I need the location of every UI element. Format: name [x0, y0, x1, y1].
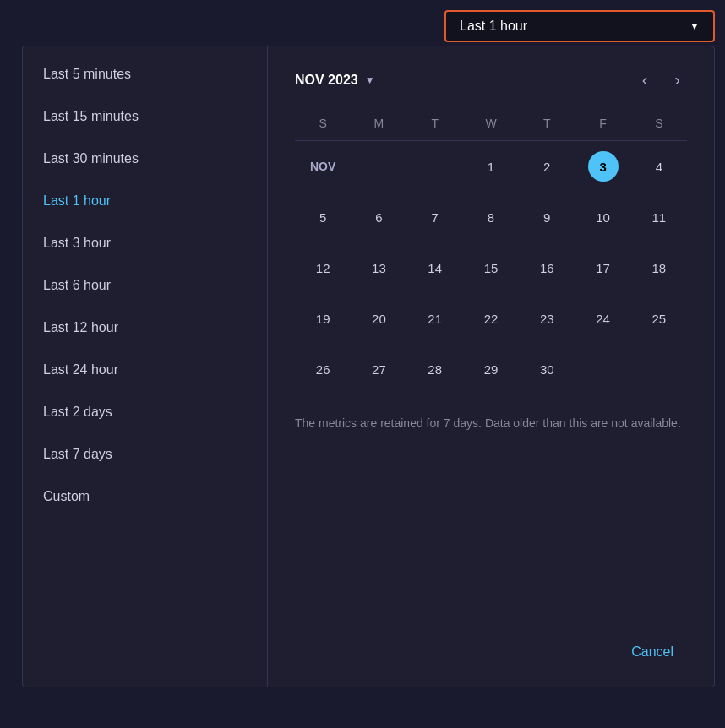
- footer-area: Cancel: [295, 432, 687, 666]
- month-row-label: NOV: [295, 141, 351, 193]
- calendar-day[interactable]: 24: [575, 293, 630, 344]
- time-range-dropdown[interactable]: Last 1 hour ▼: [444, 10, 715, 42]
- calendar-day[interactable]: 8: [463, 192, 519, 242]
- calendar-day[interactable]: 19: [295, 293, 351, 344]
- calendar-day[interactable]: 20: [351, 293, 406, 344]
- time-range-sidebar: Last 5 minutesLast 15 minutesLast 30 min…: [23, 46, 268, 687]
- calendar-header: NOV 2023 ▼ ‹ ›: [295, 67, 687, 93]
- sidebar-item-last-30-min[interactable]: Last 30 minutes: [23, 138, 267, 180]
- day-header: M: [351, 110, 406, 141]
- month-year-label: NOV 2023: [295, 73, 358, 88]
- month-selector[interactable]: NOV 2023 ▼: [295, 73, 375, 88]
- calendar-day[interactable]: 1: [463, 141, 519, 193]
- calendar-day[interactable]: 21: [407, 293, 463, 344]
- calendar-day[interactable]: 26: [295, 344, 351, 394]
- empty-cell: [407, 141, 463, 193]
- empty-cell: [631, 344, 687, 394]
- day-header: W: [463, 110, 519, 141]
- calendar-day[interactable]: 9: [519, 192, 575, 242]
- calendar-day[interactable]: 22: [463, 293, 519, 344]
- calendar-day[interactable]: 30: [519, 344, 575, 394]
- calendar-day[interactable]: 12: [295, 242, 351, 293]
- chevron-down-icon: ▼: [690, 20, 700, 32]
- sidebar-item-last-5-min[interactable]: Last 5 minutes: [23, 53, 267, 95]
- calendar-day[interactable]: 10: [575, 192, 630, 242]
- calendar-day[interactable]: 18: [631, 242, 687, 293]
- calendar-day[interactable]: 29: [463, 344, 519, 394]
- sidebar-item-last-3-hour[interactable]: Last 3 hour: [23, 222, 267, 264]
- day-header: T: [407, 110, 463, 141]
- calendar-day[interactable]: 27: [351, 344, 406, 394]
- month-chevron-icon: ▼: [365, 74, 375, 86]
- sidebar-item-last-24-hour[interactable]: Last 24 hour: [23, 349, 267, 391]
- sidebar-item-last-7-days[interactable]: Last 7 days: [23, 433, 267, 475]
- calendar-day[interactable]: 7: [407, 192, 463, 242]
- calendar-day[interactable]: 6: [351, 192, 406, 242]
- calendar-day[interactable]: 11: [631, 192, 687, 242]
- selected-range-label: Last 1 hour: [460, 19, 527, 34]
- dropdown-panel: Last 5 minutesLast 15 minutesLast 30 min…: [22, 46, 715, 687]
- calendar-day[interactable]: 4: [631, 141, 687, 193]
- calendar-grid: SMTWTFS NOV12345678910111213141516171819…: [295, 110, 687, 394]
- empty-cell: [351, 141, 406, 193]
- sidebar-item-last-2-days[interactable]: Last 2 days: [23, 391, 267, 433]
- sidebar-item-last-15-min[interactable]: Last 15 minutes: [23, 95, 267, 138]
- day-header: F: [575, 110, 630, 141]
- cancel-button[interactable]: Cancel: [618, 638, 687, 666]
- empty-cell: [575, 344, 630, 394]
- day-header: T: [519, 110, 575, 141]
- calendar-day-selected[interactable]: 3: [575, 141, 630, 193]
- calendar-day[interactable]: 16: [519, 242, 575, 293]
- sidebar-item-last-6-hour[interactable]: Last 6 hour: [23, 264, 267, 307]
- calendar-day[interactable]: 25: [631, 293, 687, 344]
- calendar-day[interactable]: 2: [519, 141, 575, 193]
- day-header: S: [631, 110, 687, 141]
- day-header: S: [295, 110, 351, 141]
- calendar-day[interactable]: 13: [351, 242, 406, 293]
- calendar-day[interactable]: 14: [407, 242, 463, 293]
- calendar-area: NOV 2023 ▼ ‹ › SMTWTFS NOV12345678910111…: [268, 46, 714, 687]
- sidebar-item-last-1-hour[interactable]: Last 1 hour: [23, 180, 267, 222]
- calendar-day[interactable]: 23: [519, 293, 575, 344]
- calendar-day[interactable]: 28: [407, 344, 463, 394]
- calendar-nav: ‹ ›: [635, 67, 687, 93]
- calendar-day[interactable]: 15: [463, 242, 519, 293]
- sidebar-item-last-12-hour[interactable]: Last 12 hour: [23, 307, 267, 349]
- calendar-day[interactable]: 17: [575, 242, 630, 293]
- sidebar-item-custom[interactable]: Custom: [23, 475, 267, 518]
- retention-notice: The metrics are retained for 7 days. Dat…: [295, 415, 687, 432]
- prev-month-button[interactable]: ‹: [635, 67, 655, 93]
- calendar-day[interactable]: 5: [295, 192, 351, 242]
- next-month-button[interactable]: ›: [668, 67, 687, 93]
